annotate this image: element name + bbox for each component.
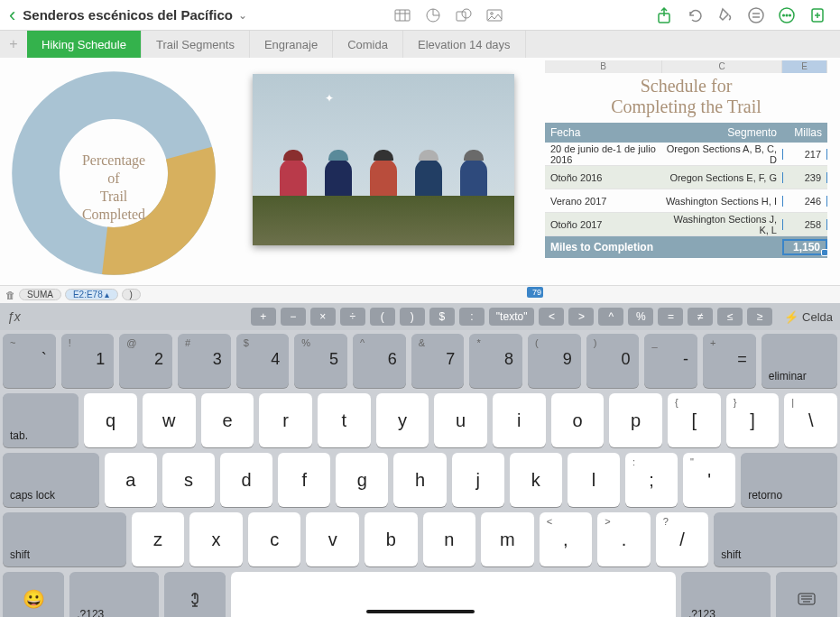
key-delete[interactable]: eliminar [762,334,837,388]
chevron-down-icon[interactable]: ⌄ [238,9,247,22]
op-gt[interactable]: > [568,308,594,326]
op-gte[interactable]: ≥ [747,308,772,326]
tab-comida[interactable]: Comida [333,31,403,58]
op-dollar[interactable]: $ [429,308,455,326]
op-div[interactable]: ÷ [340,308,365,326]
op-plus[interactable]: + [251,308,276,326]
schedule-table[interactable]: Schedule forCompleting the Trail FechaSe… [545,76,827,258]
key-emoji[interactable]: 😀 [3,572,64,617]
column-headers[interactable]: BCE [545,60,827,73]
chart-icon[interactable] [420,2,447,29]
op-lparen[interactable]: ( [370,308,395,326]
key-b[interactable]: b [365,512,418,566]
key-a[interactable]: a [105,453,157,507]
add-sheet-button[interactable]: + [0,31,27,58]
key-1[interactable]: !1 [61,334,115,388]
key-punct[interactable]: ?/ [656,512,709,566]
op-text[interactable]: "texto" [489,308,535,326]
key-y[interactable]: y [376,393,429,447]
key-punct[interactable]: <, [540,512,593,566]
key-8[interactable]: *8 [469,334,522,388]
key-c[interactable]: c [248,512,301,566]
shape-icon[interactable] [450,2,477,29]
key-5[interactable]: %5 [294,334,347,388]
key-r[interactable]: r [259,393,312,447]
op-eq[interactable]: = [658,308,683,326]
table-row[interactable]: Otoño 2017Washington Sections J, K, L258 [545,213,827,236]
key-return[interactable]: retorno [741,453,837,507]
key-0[interactable]: )0 [586,334,640,388]
op-lt[interactable]: < [539,308,564,326]
key-l[interactable]: l [568,453,620,507]
key-7[interactable]: &7 [411,334,465,388]
key-9[interactable]: (9 [528,334,581,388]
key-p[interactable]: p [609,393,662,447]
key-k[interactable]: k [510,453,562,507]
tab-hiking-schedule[interactable]: Hiking Schedule [27,31,142,58]
close-paren-chip[interactable]: ) [122,289,141,300]
more-icon[interactable] [773,2,800,29]
key-bracket[interactable]: {[ [668,393,721,447]
key-2[interactable]: @2 [119,334,172,388]
paint-icon[interactable] [712,2,739,29]
key-punct[interactable]: :; [625,453,678,507]
key-3[interactable]: #3 [178,334,231,388]
key-capslock[interactable]: caps lock [3,453,99,507]
tab-elevation[interactable]: Elevation 14 days [403,31,526,58]
table-row[interactable]: Otoño 2016Oregon Sections E, F, G239 [545,166,827,189]
key-g[interactable]: g [336,453,388,507]
key-z[interactable]: z [132,512,185,566]
key-`[interactable]: ~` [3,334,56,388]
cell-format-icon[interactable] [743,2,770,29]
key-d[interactable]: d [220,453,272,507]
insert-icon[interactable] [804,2,831,29]
doc-title[interactable]: Senderos escénicos del Pacífico [23,7,233,23]
key-bracket[interactable]: }] [726,393,780,447]
share-icon[interactable] [651,2,678,29]
key-e[interactable]: e [201,393,254,447]
key-shift-left[interactable]: shift [3,512,126,566]
key-tab[interactable]: tab. [3,393,78,447]
total-row[interactable]: Miles to Completion1,150 [545,236,827,258]
key-s[interactable]: s [162,453,215,507]
tab-engranaje[interactable]: Engranaje [250,31,333,58]
range-chip[interactable]: E2:E78 ▴ [65,289,118,300]
key-symbols-left[interactable]: .?123 [69,572,159,617]
key-j[interactable]: j [452,453,504,507]
table-icon[interactable] [389,2,416,29]
back-icon[interactable]: ‹ [9,4,15,27]
table-row[interactable]: Verano 2017Washington Sections H, I246 [545,189,827,213]
key-m[interactable]: m [481,512,534,566]
undo-icon[interactable] [681,2,708,29]
photo[interactable]: ✦ [253,74,514,245]
op-mult[interactable]: × [310,308,336,326]
spreadsheet-canvas[interactable]: PercentageofTrailCompleted ✦ BCE 79 Sche… [0,58,840,285]
key-w[interactable]: w [143,393,196,447]
fx-icon[interactable]: ƒx [7,309,21,324]
op-colon[interactable]: : [459,308,485,326]
selection-handle[interactable] [821,249,828,256]
celda-button[interactable]: ⚡ Celda [784,310,833,324]
key-=[interactable]: += [703,334,756,388]
key-v[interactable]: v [306,512,359,566]
key-u[interactable]: u [434,393,487,447]
func-chip[interactable]: SUMA [19,289,61,300]
op-neq[interactable]: ≠ [688,308,713,326]
home-indicator[interactable] [366,610,475,613]
key-q[interactable]: q [84,393,137,447]
key-punct[interactable]: "' [683,453,735,507]
media-icon[interactable] [481,2,508,29]
key-symbols-right[interactable]: .?123 [681,572,771,617]
key-6[interactable]: ^6 [353,334,406,388]
op-lte[interactable]: ≤ [717,308,743,326]
key-h[interactable]: h [393,453,446,507]
key-hide-keyboard[interactable] [776,572,837,617]
key-n[interactable]: n [423,512,476,566]
op-pct[interactable]: % [628,308,653,326]
key-x[interactable]: x [189,512,243,566]
key-shift-right[interactable]: shift [714,512,837,566]
key-dictation[interactable] [164,572,226,617]
key-o[interactable]: o [551,393,605,447]
key-f[interactable]: f [278,453,330,507]
key--[interactable]: _- [644,334,697,388]
